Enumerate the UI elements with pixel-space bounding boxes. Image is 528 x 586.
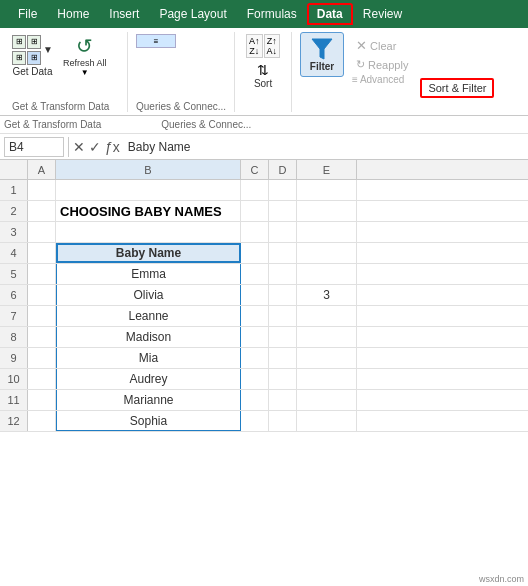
cell-10d[interactable] <box>269 369 297 389</box>
row-num-12: 12 <box>0 411 28 431</box>
cell-4d[interactable] <box>269 243 297 263</box>
group-label-queries: Queries & Connec... <box>161 119 251 130</box>
filter-button[interactable]: Filter <box>300 32 344 77</box>
cell-7d[interactable] <box>269 306 297 326</box>
cancel-formula-icon[interactable]: ✕ <box>73 139 85 155</box>
cell-8b[interactable]: Madison <box>56 327 241 347</box>
cell-8a[interactable] <box>28 327 56 347</box>
cell-8d[interactable] <box>269 327 297 347</box>
sort-za-button[interactable]: Z↑ A↓ <box>264 34 281 58</box>
cell-10a[interactable] <box>28 369 56 389</box>
get-transform-group: ⊞ ⊞ ⊞ ⊞ ▼ Get Data ↺ Refresh All ▼ <box>8 32 128 112</box>
cell-11d[interactable] <box>269 390 297 410</box>
cell-reference-box[interactable]: B4 <box>4 137 64 157</box>
cell-12c[interactable] <box>241 411 269 431</box>
cell-6c[interactable] <box>241 285 269 305</box>
cell-1c[interactable] <box>241 180 269 200</box>
cell-8c[interactable] <box>241 327 269 347</box>
sort-az-button[interactable]: A↑ Z↓ <box>246 34 263 58</box>
table-row: 7 Leanne <box>0 306 528 327</box>
group-labels-row: Get & Transform Data Queries & Connec... <box>0 116 528 134</box>
cell-9e[interactable] <box>297 348 357 368</box>
tab-home[interactable]: Home <box>47 3 99 25</box>
cell-12a[interactable] <box>28 411 56 431</box>
col-header-a[interactable]: A <box>28 160 56 179</box>
tab-review[interactable]: Review <box>353 3 412 25</box>
row-num-header <box>0 160 28 179</box>
cell-11a[interactable] <box>28 390 56 410</box>
cell-5d[interactable] <box>269 264 297 284</box>
cell-4c[interactable] <box>241 243 269 263</box>
col-header-d[interactable]: D <box>269 160 297 179</box>
cell-7a[interactable] <box>28 306 56 326</box>
cell-9a[interactable] <box>28 348 56 368</box>
spreadsheet: A B C D E 1 2 CHOOSING BABY NAMES 3 4 Ba… <box>0 160 528 432</box>
cell-1b[interactable] <box>56 180 241 200</box>
cell-5e[interactable] <box>297 264 357 284</box>
cell-2b-title[interactable]: CHOOSING BABY NAMES <box>56 201 241 221</box>
cell-5a[interactable] <box>28 264 56 284</box>
cell-6e[interactable]: 3 <box>297 285 357 305</box>
tab-page-layout[interactable]: Page Layout <box>149 3 236 25</box>
cell-10e[interactable] <box>297 369 357 389</box>
tab-insert[interactable]: Insert <box>99 3 149 25</box>
confirm-formula-icon[interactable]: ✓ <box>89 139 101 155</box>
tab-data[interactable]: Data <box>307 3 353 25</box>
cell-12b[interactable]: Sophia <box>56 411 241 431</box>
cell-1e[interactable] <box>297 180 357 200</box>
cell-4b-header[interactable]: Baby Name <box>56 243 241 263</box>
cell-9d[interactable] <box>269 348 297 368</box>
tab-file[interactable]: File <box>8 3 47 25</box>
cell-7c[interactable] <box>241 306 269 326</box>
cell-6d[interactable] <box>269 285 297 305</box>
cell-11c[interactable] <box>241 390 269 410</box>
cell-2d[interactable] <box>269 201 297 221</box>
cell-3a[interactable] <box>28 222 56 242</box>
insert-function-icon[interactable]: ƒx <box>105 139 120 155</box>
cell-7e[interactable] <box>297 306 357 326</box>
get-transform-label: Get & Transform Data <box>12 101 109 112</box>
cell-2a[interactable] <box>28 201 56 221</box>
cell-11e[interactable] <box>297 390 357 410</box>
row-num-7: 7 <box>0 306 28 326</box>
cell-5b[interactable]: Emma <box>56 264 241 284</box>
col-header-e[interactable]: E <box>297 160 357 179</box>
cell-2e[interactable] <box>297 201 357 221</box>
cell-4a[interactable] <box>28 243 56 263</box>
cell-3c[interactable] <box>241 222 269 242</box>
advanced-label: Advanced <box>360 74 404 85</box>
tab-formulas[interactable]: Formulas <box>237 3 307 25</box>
cell-1a[interactable] <box>28 180 56 200</box>
cell-10c[interactable] <box>241 369 269 389</box>
row-num-1: 1 <box>0 180 28 200</box>
refresh-all-button[interactable]: ↺ Refresh All ▼ <box>59 32 111 79</box>
cell-6b[interactable]: Olivia <box>56 285 241 305</box>
cell-12e[interactable] <box>297 411 357 431</box>
cell-1d[interactable] <box>269 180 297 200</box>
col-header-b[interactable]: B <box>56 160 241 179</box>
cell-6a[interactable] <box>28 285 56 305</box>
cell-3d[interactable] <box>269 222 297 242</box>
get-data-icon4: ⊞ <box>27 51 41 65</box>
cell-9c[interactable] <box>241 348 269 368</box>
cell-5c[interactable] <box>241 264 269 284</box>
cell-3b[interactable] <box>56 222 241 242</box>
cell-10b[interactable]: Audrey <box>56 369 241 389</box>
cell-2c[interactable] <box>241 201 269 221</box>
cell-3e[interactable] <box>297 222 357 242</box>
reapply-label: Reapply <box>368 59 408 71</box>
row-num-11: 11 <box>0 390 28 410</box>
ribbon-body: ⊞ ⊞ ⊞ ⊞ ▼ Get Data ↺ Refresh All ▼ <box>0 28 528 116</box>
row-num-8: 8 <box>0 327 28 347</box>
queries-icon: ≡ <box>136 34 176 48</box>
cell-11b[interactable]: Marianne <box>56 390 241 410</box>
cell-9b[interactable]: Mia <box>56 348 241 368</box>
col-header-c[interactable]: C <box>241 160 269 179</box>
cell-8e[interactable] <box>297 327 357 347</box>
sort-icon: ⇅ <box>257 62 269 78</box>
cell-4e[interactable] <box>297 243 357 263</box>
cell-7b[interactable]: Leanne <box>56 306 241 326</box>
sort-button[interactable]: ⇅ Sort <box>243 61 283 90</box>
table-row: 6 Olivia 3 <box>0 285 528 306</box>
cell-12d[interactable] <box>269 411 297 431</box>
